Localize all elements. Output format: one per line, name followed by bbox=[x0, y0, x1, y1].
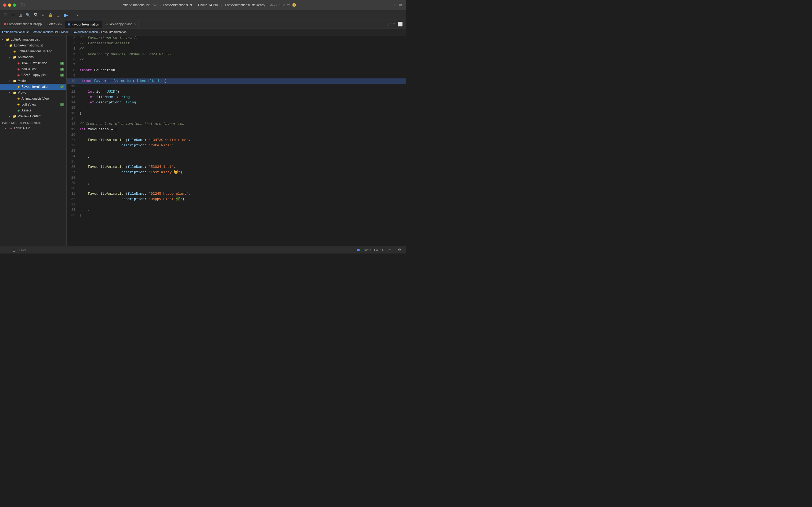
code-review-icon[interactable]: ≡ bbox=[393, 22, 395, 26]
lock-btn[interactable]: 🔒 bbox=[47, 12, 54, 18]
sidebar-item-group[interactable]: ▾ 📁 LottieAnimationsList bbox=[0, 43, 66, 48]
code-line-20[interactable]: 20 bbox=[67, 132, 406, 137]
code-line-5[interactable]: 5// Created by Russell Gordon on 2023-01… bbox=[67, 52, 406, 57]
tab-lottie-view[interactable]: LottieView bbox=[45, 20, 65, 29]
tab-label-happy-plant: 92245-happy-plant bbox=[105, 22, 131, 26]
line-content-6: // bbox=[78, 57, 406, 62]
back-btn[interactable]: ‹ bbox=[74, 12, 81, 18]
code-line-14[interactable]: 14 let description: String bbox=[67, 100, 406, 105]
sidebar-label-app: LottieAnimationsListApp bbox=[18, 49, 64, 53]
code-line-11[interactable]: 11 bbox=[67, 84, 406, 89]
settings-icon[interactable]: ⚙ bbox=[396, 247, 403, 253]
code-line-26[interactable]: 26 FavouriteAnimation(fileName: "53034-l… bbox=[67, 164, 406, 170]
search-btn[interactable]: 🔍 bbox=[25, 12, 31, 18]
sidebar-label-views: Views bbox=[18, 91, 64, 95]
split-editor-icon[interactable]: ⬜ bbox=[397, 21, 403, 26]
code-line-12[interactable]: 12 let id = UUID() bbox=[67, 89, 406, 95]
code-line-25[interactable]: 25 bbox=[67, 159, 406, 164]
code-line-31[interactable]: 31 FavouriteAnimation(fileName: "92245-h… bbox=[67, 191, 406, 196]
code-line-3[interactable]: 3// LottieAnimationsTest bbox=[67, 41, 406, 46]
layout-btn[interactable]: ⬚ bbox=[55, 12, 61, 18]
close-button[interactable] bbox=[3, 3, 6, 7]
sidebar-item-views-folder[interactable]: ▾ 📁 Views bbox=[0, 90, 66, 96]
tab-happy-plant[interactable]: 92245-happy-plant ✕ bbox=[102, 20, 139, 29]
code-line-18[interactable]: 18// Create a list of animations that ar… bbox=[67, 121, 406, 127]
forward-btn[interactable]: › bbox=[82, 12, 89, 18]
statusbar-right: Line: 10 Col: 14 ⚠ ⚙ bbox=[357, 247, 403, 253]
code-line-13[interactable]: 13 let fileName: String bbox=[67, 95, 406, 100]
code-line-28[interactable]: 28 bbox=[67, 175, 406, 180]
add-tab-icon[interactable]: ＋ bbox=[392, 3, 396, 7]
sidebar-label-model: Model bbox=[18, 79, 64, 83]
sidebar-item-lottie-package[interactable]: ▸ ◈ Lottie 4.1.2 bbox=[0, 125, 66, 131]
sidebar-item-favourite-animation[interactable]: ⚡ FavouriteAnimation A bbox=[0, 84, 66, 90]
code-line-32[interactable]: 32 description: "Happy Plant 🌿") bbox=[67, 196, 406, 202]
code-line-33[interactable]: 33 bbox=[67, 202, 406, 207]
sidebar-item-lottie-view[interactable]: ⚡ LottieView A bbox=[0, 102, 66, 107]
breadcrumb-sep-2: › bbox=[59, 30, 60, 34]
sidebar-item-lost[interactable]: ◉ 53034-lost A bbox=[0, 66, 66, 72]
code-line-30[interactable]: 30 bbox=[67, 186, 406, 191]
maximize-button[interactable] bbox=[13, 3, 16, 7]
code-line-34[interactable]: 34 , bbox=[67, 207, 406, 213]
tab-lottie-app[interactable]: LottieAnimationsListApp bbox=[1, 20, 45, 29]
code-line-10[interactable]: 10struct FavouriteAnimation: Identifiabl… bbox=[67, 78, 406, 84]
code-line-17[interactable]: 17 bbox=[67, 116, 406, 121]
line-number-30: 30 bbox=[67, 186, 78, 191]
code-line-19[interactable]: 19let favourites = [ bbox=[67, 127, 406, 132]
add-filter-btn[interactable]: ＋ bbox=[3, 247, 9, 253]
split-view-icon[interactable]: ⧉ bbox=[399, 3, 403, 7]
code-line-4[interactable]: 4// bbox=[67, 46, 406, 52]
sidebar-item-animations-list-view[interactable]: ⚡ AnimationsListView bbox=[0, 96, 66, 102]
code-line-35[interactable]: 35] bbox=[67, 213, 406, 218]
sidebar-item-model-folder[interactable]: ▾ 📁 Model bbox=[0, 78, 66, 84]
sidebar-label-assets: Assets bbox=[21, 109, 64, 112]
code-line-2[interactable]: 2// FavouriteAnimation.swift bbox=[67, 36, 406, 41]
line-number-17: 17 bbox=[67, 116, 78, 121]
navigator-toggle-btn[interactable]: ☰ bbox=[2, 12, 9, 18]
sidebar-label-project: LottieAnimationsList bbox=[11, 38, 64, 41]
code-line-6[interactable]: 6// bbox=[67, 57, 406, 62]
line-content-24: , bbox=[78, 154, 406, 159]
filter-btn[interactable]: ◫ bbox=[17, 12, 23, 18]
code-line-24[interactable]: 24 , bbox=[67, 154, 406, 159]
badge-lottieview: A bbox=[60, 103, 64, 106]
code-line-8[interactable]: 8import Foundation bbox=[67, 68, 406, 73]
code-line-16[interactable]: 16} bbox=[67, 111, 406, 116]
breadcrumb-model[interactable]: Model bbox=[61, 30, 69, 34]
breadcrumb-folder[interactable]: LottieAnimationsList bbox=[32, 30, 58, 34]
tab-close-happy-plant[interactable]: ✕ bbox=[133, 22, 136, 26]
tab-favourite-animation[interactable]: FavouriteAnimation bbox=[65, 20, 102, 29]
minimize-button[interactable] bbox=[8, 3, 11, 7]
sidebar-item-project[interactable]: ▾ 📁 LottieAnimationsList bbox=[0, 37, 66, 43]
code-line-15[interactable]: 15 bbox=[67, 105, 406, 111]
code-line-23[interactable]: 23 bbox=[67, 148, 406, 154]
spell-btn[interactable]: ⛾ bbox=[32, 12, 39, 18]
sidebar-item-app[interactable]: ⚡ LottieAnimationsListApp bbox=[0, 48, 66, 54]
layout-change-icon[interactable]: ⇄ bbox=[387, 21, 391, 26]
code-line-29[interactable]: 29 , bbox=[67, 180, 406, 186]
swift-icon-fav: ⚡ bbox=[17, 85, 20, 89]
run-btn[interactable]: ▶ bbox=[62, 11, 70, 19]
project-name: LottieAnimationsList bbox=[121, 3, 150, 7]
code-line-9[interactable]: 9 bbox=[67, 73, 406, 78]
sidebar-item-animations-folder[interactable]: ▾ 📁 Animations bbox=[0, 54, 66, 60]
filter-toggle-btn[interactable]: ◫ bbox=[11, 247, 17, 253]
breadcrumb-file[interactable]: FavouriteAnimation bbox=[72, 30, 98, 34]
bookmark-btn[interactable]: ♦ bbox=[40, 12, 46, 18]
code-line-22[interactable]: 22 description: "Cute Rice") bbox=[67, 143, 406, 148]
issue-nav-icon[interactable]: ⚠ bbox=[387, 247, 393, 253]
sidebar-toggle-icon[interactable]: ⬛ bbox=[20, 3, 25, 7]
code-line-21[interactable]: 21 FavouriteAnimation(fileName: "134730-… bbox=[67, 137, 406, 143]
add-file-btn[interactable]: ⊞ bbox=[10, 12, 16, 18]
sidebar-item-happy-plant[interactable]: ◉ 92245-happy-plant A bbox=[0, 72, 66, 78]
breadcrumb-root[interactable]: LottieAnimationsList bbox=[2, 30, 28, 34]
sidebar-label-preview: Preview Content bbox=[18, 114, 64, 118]
code-line-7[interactable]: 7 bbox=[67, 62, 406, 68]
code-editor[interactable]: 2// FavouriteAnimation.swift3// LottieAn… bbox=[67, 36, 406, 246]
sidebar-item-assets[interactable]: ◈ Assets bbox=[0, 107, 66, 113]
sidebar-item-preview-content[interactable]: ▸ 📁 Preview Content bbox=[0, 113, 66, 119]
sidebar-item-white-rice[interactable]: ◉ 134730-white-rice A bbox=[0, 60, 66, 66]
code-line-27[interactable]: 27 description: "Lost Kitty 😼") bbox=[67, 170, 406, 175]
line-content-27: description: "Lost Kitty 😼") bbox=[78, 170, 406, 175]
